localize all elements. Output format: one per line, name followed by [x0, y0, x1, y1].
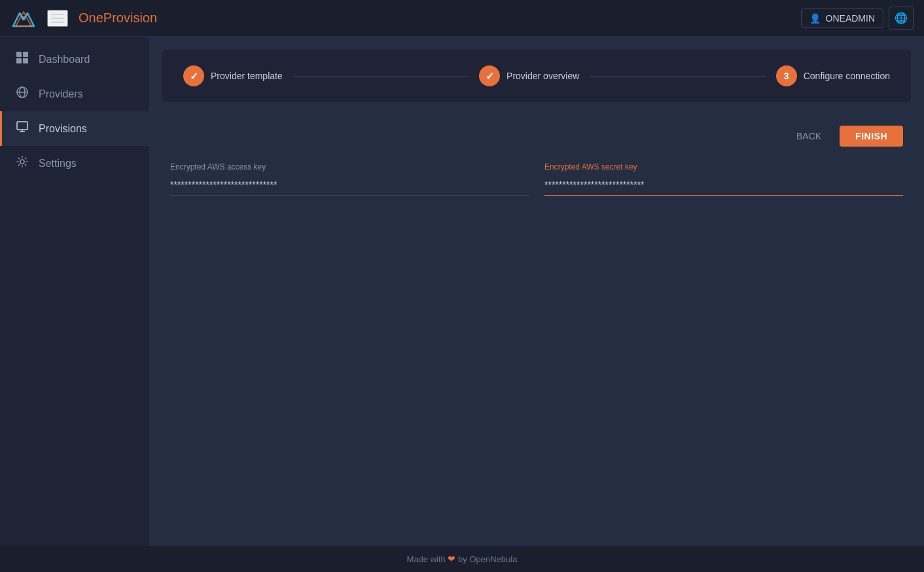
svg-rect-11 — [17, 122, 27, 130]
step-1: Provider template — [183, 65, 283, 86]
stepper: Provider template Provider overview 3 Co… — [183, 65, 890, 86]
step-line-1 — [293, 76, 469, 77]
sidebar-item-label: Settings — [39, 158, 77, 170]
secret-key-group: Encrypted AWS secret key — [544, 162, 903, 196]
topnav-right: 👤 ONEADMIN 🌐 — [801, 7, 914, 30]
secret-key-input[interactable] — [544, 177, 903, 196]
user-menu-button[interactable]: 👤 ONEADMIN — [801, 9, 883, 28]
heart-icon: ❤ — [448, 554, 455, 564]
providers-icon — [15, 86, 29, 102]
user-label: ONEADMIN — [826, 13, 875, 24]
step-3: 3 Configure connection — [776, 65, 890, 86]
svg-point-14 — [20, 160, 24, 164]
svg-rect-6 — [16, 58, 22, 63]
step-1-circle — [183, 65, 204, 86]
svg-point-3 — [22, 16, 26, 20]
access-key-group: Encrypted AWS access key — [170, 162, 529, 196]
footer-text-before: Made with — [407, 554, 446, 564]
app-title: OneProvision — [79, 10, 157, 26]
wizard-card: Provider template Provider overview 3 Co… — [162, 50, 911, 102]
sidebar-item-providers[interactable]: Providers — [0, 77, 149, 111]
sidebar-item-settings[interactable]: Settings — [0, 146, 149, 181]
step-2-circle — [479, 65, 500, 86]
topnav-left: OneProvision — [10, 5, 157, 31]
sidebar-item-label: Dashboard — [39, 54, 90, 65]
svg-rect-4 — [16, 52, 22, 57]
step-1-label: Provider template — [211, 71, 283, 81]
sidebar-item-dashboard[interactable]: Dashboard — [0, 42, 149, 77]
user-icon: 👤 — [809, 13, 821, 24]
form-fields: Encrypted AWS access key Encrypted AWS s… — [162, 152, 911, 196]
content-area: Provider template Provider overview 3 Co… — [149, 37, 924, 546]
back-button[interactable]: BACK — [789, 126, 829, 147]
sidebar-item-label: Provisions — [39, 123, 87, 135]
sidebar-item-provisions[interactable]: Provisions — [0, 111, 149, 146]
step-line-2 — [590, 76, 765, 77]
step-2-label: Provider overview — [506, 71, 579, 81]
dashboard-icon — [15, 51, 29, 67]
access-key-input[interactable] — [170, 177, 529, 196]
language-button[interactable]: 🌐 — [889, 7, 914, 30]
svg-rect-5 — [23, 52, 28, 57]
footer-brand: OpenNebula — [469, 554, 517, 564]
footer-text-by: by — [458, 554, 467, 564]
step-2: Provider overview — [479, 65, 579, 86]
svg-rect-7 — [23, 58, 28, 63]
sidebar-item-label: Providers — [39, 88, 83, 100]
actions-bar: BACK FINISH — [162, 126, 911, 147]
logo-icon — [10, 5, 37, 31]
settings-icon — [15, 155, 29, 171]
hamburger-button[interactable] — [47, 10, 68, 27]
access-key-label: Encrypted AWS access key — [170, 162, 529, 171]
finish-button[interactable]: FINISH — [840, 126, 903, 147]
step-3-circle: 3 — [776, 65, 797, 86]
secret-key-label: Encrypted AWS secret key — [544, 162, 903, 171]
step-3-label: Configure connection — [804, 71, 890, 81]
sidebar: Dashboard Providers Provisions — [0, 37, 149, 546]
top-navigation: OneProvision 👤 ONEADMIN 🌐 — [0, 0, 924, 37]
main-layout: Dashboard Providers Provisions — [0, 37, 924, 546]
footer: Made with ❤ by OpenNebula — [0, 546, 924, 572]
globe-icon: 🌐 — [895, 12, 908, 24]
provisions-icon — [15, 120, 29, 137]
logo[interactable] — [10, 5, 37, 31]
